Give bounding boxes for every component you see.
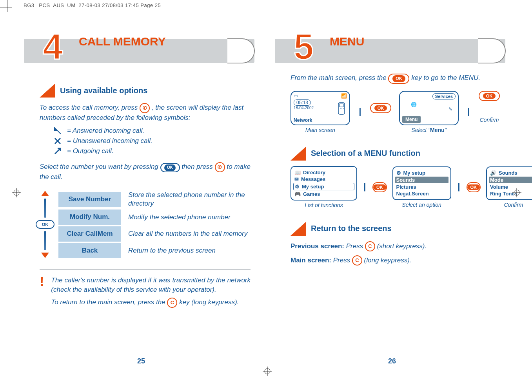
menu-intro: From the main screen, press the OK key t…	[291, 73, 501, 84]
menu-label-selected: Menu	[402, 116, 421, 123]
list-item-ringtones: Ring Tones	[490, 190, 532, 197]
item-label: Sounds	[396, 177, 415, 183]
sounds-screen: 🔊Sounds Mode Volume Ring Tones	[486, 166, 532, 200]
ok-key-icon: OK	[370, 103, 391, 113]
header-label: Sounds	[499, 170, 517, 176]
flow-divider: ┃	[363, 183, 367, 191]
scroll-indicator: OK	[36, 191, 54, 258]
arrow-up-icon	[41, 191, 49, 196]
function-list-screen: 📖Directory ✉Messages ⚙My setup 🎮Games	[291, 166, 357, 201]
phone-key-icon: ✆	[140, 103, 150, 113]
game-icon: 🎮	[294, 191, 301, 197]
phone-graphic-icon	[336, 102, 347, 119]
note-line2b: key (long keypress).	[179, 298, 239, 306]
select-b: then press	[182, 163, 214, 170]
ok-pill: OK	[36, 220, 54, 229]
item-label: Games	[303, 191, 320, 197]
exclamation-icon: !	[40, 278, 44, 308]
ok-label: OK	[467, 184, 480, 190]
select-a: Select the number you want by pressing	[40, 163, 160, 170]
option-desc: Return to the previous screen	[128, 246, 251, 255]
svg-text:5: 5	[294, 29, 314, 64]
section-triangle-icon	[291, 222, 306, 236]
intro-b: key to go to the MENU.	[411, 74, 480, 81]
symbol-answered: = Answered incoming call.	[54, 127, 251, 135]
fn-mid-col: ⚙My setup Sounds Pictures Negat.Screen S…	[392, 166, 451, 208]
section-triangle-icon	[291, 146, 306, 161]
list-item-directory: 📖Directory	[294, 169, 353, 176]
scroll-bar-bottom	[44, 231, 46, 250]
mysetup-screen: ⚙My setup Sounds Pictures Negat.Screen	[392, 166, 451, 200]
confirm-col: OK Confirm	[479, 91, 500, 123]
section-using-options: Using available options	[40, 83, 251, 98]
previous-screen-line: Previous screen: Press C (short keypress…	[291, 241, 501, 251]
c-key-icon: C	[352, 255, 362, 266]
phone-key-icon: ✆	[215, 162, 225, 172]
list-item-mode: Mode	[489, 177, 532, 183]
main-screen-line: Main screen: Press C (long keypress).	[291, 255, 501, 266]
svg-point-4	[340, 108, 341, 109]
content-left: Using available options To access the ca…	[40, 70, 251, 308]
prev-label: Previous screen:	[291, 242, 344, 249]
ok-label: OK	[374, 105, 387, 111]
cap-a: Select "	[411, 127, 430, 133]
main-label: Main screen:	[291, 256, 331, 264]
option-row-modify: Modify Num. Modify the selected phone nu…	[58, 210, 251, 225]
main-screen-col: ▭ 📶 05:13 18-04-2002 Network Main screen	[291, 91, 350, 133]
section-select-function: Selection of a MENU function	[291, 146, 501, 161]
doc-header: BG3 _PCS_AUS_UM_27-08-03 27/08/03 17:45 …	[24, 2, 161, 8]
page-title-right: MENU	[330, 35, 364, 48]
main-screen-caption: Main screen	[305, 127, 335, 133]
note-box: ! The caller's number is displayed if it…	[40, 269, 251, 308]
list-item-messages: ✉Messages	[294, 176, 353, 182]
page-number-right: 26	[388, 357, 396, 365]
big-number-4: 4	[40, 29, 75, 64]
list-item-negat: Negat.Screen	[396, 190, 447, 197]
ok-key-label: OK	[392, 75, 405, 82]
option-row-save: Save Number Store the selected phone num…	[58, 191, 251, 208]
c-key-icon: C	[365, 241, 375, 251]
answered-text: = Answered incoming call.	[67, 127, 144, 135]
svg-rect-2	[338, 103, 345, 114]
item-label: Directory	[303, 170, 325, 175]
main-b: (long keypress).	[364, 256, 412, 264]
fn-list-caption: List of functions	[305, 202, 343, 208]
ok-key-icon: OK	[467, 182, 481, 192]
ok-label: OK	[483, 93, 496, 99]
ok-key-icon: OK	[372, 182, 387, 192]
symbol-unanswered: = Unanswered incoming call.	[54, 137, 251, 145]
section-title: Selection of a MENU function	[311, 149, 420, 158]
pencil-icon: ✎	[448, 107, 452, 112]
fn-right-col: 🔊Sounds Mode Volume Ring Tones Confirm	[486, 166, 532, 208]
svg-point-6	[343, 108, 344, 109]
intro-a: From the main screen, press the	[291, 74, 388, 81]
book-icon: 📖	[294, 170, 301, 175]
sound-icon: 🔊	[490, 170, 496, 176]
intro-paragraph: To access the call memory, press ✆ , the…	[40, 103, 251, 123]
fn-mid-caption: Select an option	[402, 202, 441, 208]
option-label: Modify Num.	[58, 210, 121, 225]
option-desc: Modify the selected phone number	[128, 213, 251, 222]
function-flow-row: 📖Directory ✉Messages ⚙My setup 🎮Games Li…	[291, 166, 501, 208]
page-number-left: 25	[137, 357, 145, 365]
fn-list-col: 📖Directory ✉Messages ⚙My setup 🎮Games Li…	[291, 166, 357, 208]
outgoing-icon	[54, 147, 62, 155]
crop-mark-top-left	[0, 0, 20, 20]
title-bar-arc	[227, 38, 255, 63]
svg-rect-3	[340, 104, 343, 107]
signal-icon: 📶	[341, 93, 347, 99]
page-title-left: CALL MEMORY	[79, 35, 166, 48]
unanswered-icon	[54, 137, 62, 145]
arrow-down-icon	[41, 253, 49, 258]
svg-point-5	[341, 108, 342, 109]
symbol-outgoing: = Outgoing call.	[54, 147, 251, 155]
menu-phone-screen: Services 🌐 ✎ Menu	[399, 91, 459, 125]
unanswered-text: = Unanswered incoming call.	[67, 137, 153, 145]
ok-label: OK	[373, 184, 386, 190]
main-a: Press	[333, 256, 352, 264]
prev-a: Press	[346, 242, 365, 249]
menu-flow-row: ▭ 📶 05:13 18-04-2002 Network Main screen…	[291, 91, 501, 133]
registration-mark-left	[12, 188, 21, 197]
list-item-mysetup: ⚙My setup	[293, 183, 354, 190]
svg-text:4: 4	[43, 29, 63, 64]
